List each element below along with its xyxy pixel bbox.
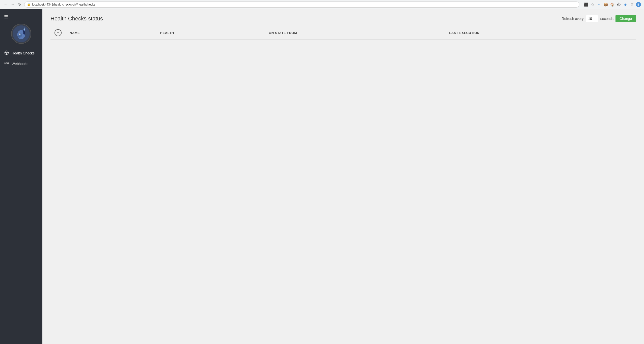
sidebar: ☰ [0, 9, 42, 344]
sidebar-item-health-checks-label: Health Checks [12, 51, 35, 55]
refresh-label: Refresh every [562, 17, 584, 21]
add-health-check-button[interactable]: + [55, 29, 62, 36]
add-column-header: + [50, 26, 66, 40]
reload-button[interactable]: ↻ [17, 2, 22, 7]
table-header: + NAME HEALTH ON STATE FROM LAST EXECUTI… [50, 26, 636, 40]
sidebar-item-webhooks[interactable]: Webhooks [0, 58, 42, 69]
health-checks-table: + NAME HEALTH ON STATE FROM LAST EXECUTI… [50, 26, 636, 40]
svg-point-6 [19, 34, 20, 35]
table-container: + NAME HEALTH ON STATE FROM LAST EXECUTI… [42, 26, 644, 344]
webhooks-icon [4, 61, 9, 67]
hamburger-icon: ☰ [4, 14, 8, 20]
svg-point-10 [19, 37, 20, 37]
sidebar-nav: Health Checks Webhooks [0, 48, 42, 69]
sidebar-logo [11, 24, 31, 44]
back-button[interactable]: ← [3, 2, 8, 7]
power-icon[interactable]: ⏻ [616, 2, 621, 7]
health-checks-icon [4, 50, 9, 56]
lock-icon: 🔒 [27, 3, 31, 6]
namecheap-icon[interactable]: ~ [597, 2, 602, 7]
cast-icon[interactable]: ⬛ [583, 2, 588, 7]
extension2-icon[interactable]: 🏠 [610, 2, 615, 7]
extension1-icon[interactable]: 📦 [603, 2, 608, 7]
dropmark-icon[interactable]: ◆ [623, 2, 628, 7]
refresh-interval-input[interactable] [586, 15, 598, 22]
address-bar[interactable]: 🔒 localhost:44342/healthchecks-ui#/healt… [24, 2, 579, 8]
main-content: Health Checks status Refresh every secon… [42, 9, 644, 344]
last-execution-column-header: LAST EXECUTION [445, 26, 636, 40]
page-title: Health Checks status [50, 15, 103, 22]
svg-point-7 [19, 34, 19, 34]
url-text: localhost:44342/healthchecks-ui#/healthc… [32, 3, 95, 6]
sidebar-item-health-checks[interactable]: Health Checks [0, 48, 42, 58]
on-state-from-column-header: ON STATE FROM [265, 26, 445, 40]
logo-svg [12, 25, 30, 43]
browser-toolbar-right: ⬛ ☆ ~ 📦 🏠 ⏻ ◆ ▽ B [583, 2, 641, 7]
health-column-header: HEALTH [156, 26, 265, 40]
readwise-icon[interactable]: ▽ [629, 2, 634, 7]
name-column-header: NAME [66, 26, 156, 40]
table-header-row: + NAME HEALTH ON STATE FROM LAST EXECUTI… [50, 26, 636, 40]
refresh-controls: Refresh every seconds Change [562, 15, 636, 22]
main-header: Health Checks status Refresh every secon… [42, 9, 644, 26]
sidebar-menu-button[interactable]: ☰ [0, 12, 42, 22]
user-avatar[interactable]: B [636, 2, 641, 7]
bookmark-icon[interactable]: ☆ [590, 2, 595, 7]
app-container: ☰ [0, 9, 644, 344]
sidebar-item-webhooks-label: Webhooks [12, 62, 28, 66]
svg-point-12 [6, 63, 7, 64]
forward-button[interactable]: → [10, 2, 15, 7]
refresh-seconds-label: seconds [600, 17, 613, 21]
browser-chrome: ← → ↻ 🔒 localhost:44342/healthchecks-ui#… [0, 0, 644, 9]
svg-point-9 [18, 37, 19, 37]
change-button[interactable]: Change [615, 15, 636, 22]
